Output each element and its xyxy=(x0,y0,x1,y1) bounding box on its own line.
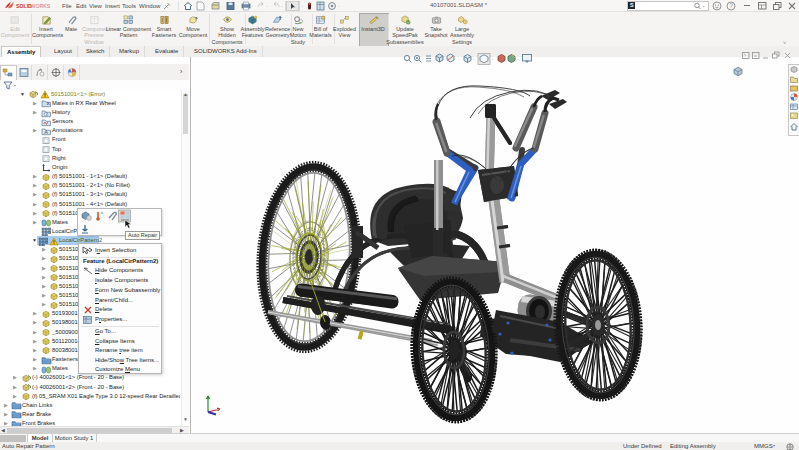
svg-text:·: · xyxy=(338,3,340,9)
svg-text:A: A xyxy=(44,129,48,135)
svg-text:·: · xyxy=(301,3,303,9)
svg-text:·: · xyxy=(206,3,208,9)
svg-text:·: · xyxy=(221,3,223,9)
svg-text:·: · xyxy=(458,56,460,62)
svg-text:?: ? xyxy=(729,2,733,9)
svg-text:·: · xyxy=(473,56,475,62)
svg-text:·: · xyxy=(517,56,519,62)
svg-text:·: · xyxy=(236,3,238,9)
svg-text:·: · xyxy=(251,3,253,9)
svg-text:·: · xyxy=(492,56,494,62)
svg-text:·: · xyxy=(266,3,268,9)
svg-text:WORKS: WORKS xyxy=(31,3,51,9)
svg-text:°: ° xyxy=(101,211,103,217)
svg-text:·: · xyxy=(281,3,283,9)
